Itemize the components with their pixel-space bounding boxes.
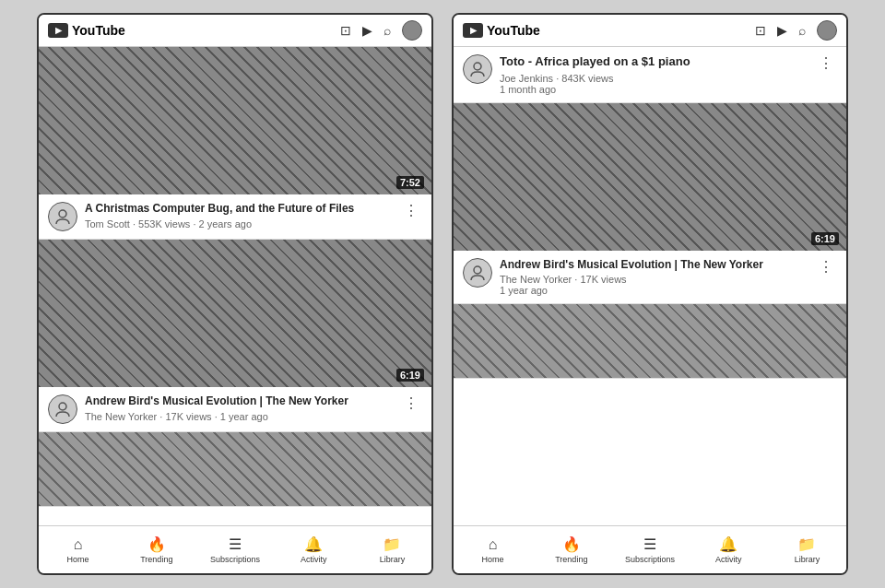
channel-avatar-r1[interactable]: [463, 258, 492, 288]
yt-header-left: YouTube ⊡ ▶ ⌕: [39, 15, 431, 47]
subscriptions-icon-right: ☰: [643, 535, 656, 553]
search-icon-right[interactable]: ⌕: [798, 23, 806, 38]
svg-point-1: [59, 403, 66, 410]
channel-avatar-2[interactable]: [48, 394, 77, 424]
cast-icon-right[interactable]: ⊡: [755, 23, 766, 38]
nav-activity-right[interactable]: 🔔 Activity: [690, 526, 768, 573]
video-info-r1: Andrew Bird's Musical Evolution | The Ne…: [500, 258, 808, 297]
more-btn-r1[interactable]: ⋮: [815, 258, 837, 276]
subscriptions-icon-left: ☰: [229, 535, 242, 553]
content-left: 7:52 A Christmas Computer Bug, and the F…: [39, 47, 431, 525]
video-subtitle-r1: The New Yorker · 17K views 1 year ago: [500, 274, 808, 296]
more-btn-top[interactable]: ⋮: [815, 54, 837, 72]
top-video-meta: Toto - Africa played on a $1 piano Joe J…: [454, 47, 846, 103]
thumbnail-r2-partial[interactable]: [454, 304, 846, 378]
home-icon-left: ⌂: [74, 536, 83, 553]
video-subtitle-1: Tom Scott · 553K views · 2 years ago: [85, 218, 393, 229]
header-icons-right: ⊡ ▶ ⌕: [755, 20, 837, 41]
library-icon-left: 📁: [383, 535, 401, 553]
bottom-nav-left: ⌂ Home 🔥 Trending ☰ Subscriptions 🔔 Acti…: [39, 525, 431, 573]
yt-logo-text-right: YouTube: [487, 23, 540, 38]
activity-icon-left: 🔔: [304, 535, 323, 553]
video-title-r1: Andrew Bird's Musical Evolution | The Ne…: [500, 258, 808, 273]
channel-avatar-1[interactable]: [48, 202, 77, 231]
video-title-2: Andrew Bird's Musical Evolution | The Ne…: [85, 394, 393, 409]
youtube-logo-right: YouTube: [463, 23, 540, 38]
camera-icon-right[interactable]: ▶: [777, 23, 787, 38]
svg-point-0: [59, 210, 66, 218]
cast-icon-left[interactable]: ⊡: [340, 23, 351, 38]
yt-logo-icon-right: [463, 23, 483, 38]
yt-logo-text-left: YouTube: [72, 23, 125, 38]
top-video-title: Toto - Africa played on a $1 piano: [500, 54, 808, 70]
video-item-3-partial: [39, 432, 431, 507]
nav-library-left[interactable]: 📁 Library: [353, 526, 431, 573]
trending-icon-right: 🔥: [562, 535, 581, 553]
yt-header-right: YouTube ⊡ ▶ ⌕: [454, 15, 846, 47]
avatar-icon-left[interactable]: [402, 20, 422, 41]
nav-subscriptions-right[interactable]: ☰ Subscriptions: [610, 526, 689, 573]
header-icons-left: ⊡ ▶ ⌕: [340, 20, 422, 41]
camera-icon-left[interactable]: ▶: [362, 23, 372, 38]
nav-home-left[interactable]: ⌂ Home: [39, 526, 117, 573]
youtube-logo-left: YouTube: [48, 23, 125, 38]
thumbnail-r1[interactable]: 6:19: [454, 103, 846, 251]
nav-home-right[interactable]: ⌂ Home: [454, 526, 532, 573]
more-btn-2[interactable]: ⋮: [400, 394, 422, 412]
video-item-r1: 6:19 Andrew Bird's Musical Evolution | T…: [454, 103, 846, 305]
video-item-2: 6:19 Andrew Bird's Musical Evolution | T…: [39, 240, 431, 432]
content-right: Toto - Africa played on a $1 piano Joe J…: [454, 47, 846, 525]
video-item-r2-partial: [454, 304, 846, 379]
video-info-2: Andrew Bird's Musical Evolution | The Ne…: [85, 394, 393, 422]
search-icon-left[interactable]: ⌕: [384, 23, 391, 38]
phone-left: YouTube ⊡ ▶ ⌕ 7:52 A Christmas Computer …: [37, 13, 433, 575]
phone-right: YouTube ⊡ ▶ ⌕ Toto - Africa played on a …: [452, 13, 848, 575]
top-video-subtitle: Joe Jenkins · 843K views 1 month ago: [500, 73, 808, 95]
video-meta-2: Andrew Bird's Musical Evolution | The Ne…: [39, 387, 431, 431]
nav-trending-right[interactable]: 🔥 Trending: [532, 526, 610, 573]
duration-r1: 6:19: [811, 232, 839, 245]
bottom-nav-right: ⌂ Home 🔥 Trending ☰ Subscriptions 🔔 Acti…: [454, 525, 846, 573]
nav-activity-left[interactable]: 🔔 Activity: [275, 526, 353, 573]
trending-icon-left: 🔥: [148, 535, 166, 553]
svg-point-3: [474, 266, 481, 274]
home-icon-right: ⌂: [489, 536, 498, 553]
activity-icon-right: 🔔: [719, 535, 738, 553]
video-title-1: A Christmas Computer Bug, and the Future…: [85, 202, 393, 217]
svg-point-2: [474, 63, 481, 70]
video-meta-1: A Christmas Computer Bug, and the Future…: [39, 194, 431, 239]
top-channel-avatar[interactable]: [463, 54, 492, 84]
nav-library-right[interactable]: 📁 Library: [768, 526, 846, 573]
nav-subscriptions-left[interactable]: ☰ Subscriptions: [195, 526, 274, 573]
video-item-1: 7:52 A Christmas Computer Bug, and the F…: [39, 47, 431, 240]
thumbnail-3-partial[interactable]: [39, 432, 431, 506]
video-info-1: A Christmas Computer Bug, and the Future…: [85, 202, 393, 229]
yt-logo-icon-left: [48, 23, 68, 38]
top-video-info: Toto - Africa played on a $1 piano Joe J…: [500, 54, 808, 95]
duration-1: 7:52: [396, 176, 424, 189]
more-btn-1[interactable]: ⋮: [400, 202, 422, 219]
thumbnail-1[interactable]: 7:52: [39, 47, 431, 194]
nav-trending-left[interactable]: 🔥 Trending: [117, 526, 195, 573]
thumbnail-2[interactable]: 6:19: [39, 240, 431, 387]
video-meta-r1: Andrew Bird's Musical Evolution | The Ne…: [454, 251, 846, 304]
avatar-icon-right[interactable]: [817, 20, 837, 41]
library-icon-right: 📁: [797, 535, 816, 553]
duration-2: 6:19: [396, 369, 424, 382]
video-subtitle-2: The New Yorker · 17K views · 1 year ago: [85, 411, 393, 422]
